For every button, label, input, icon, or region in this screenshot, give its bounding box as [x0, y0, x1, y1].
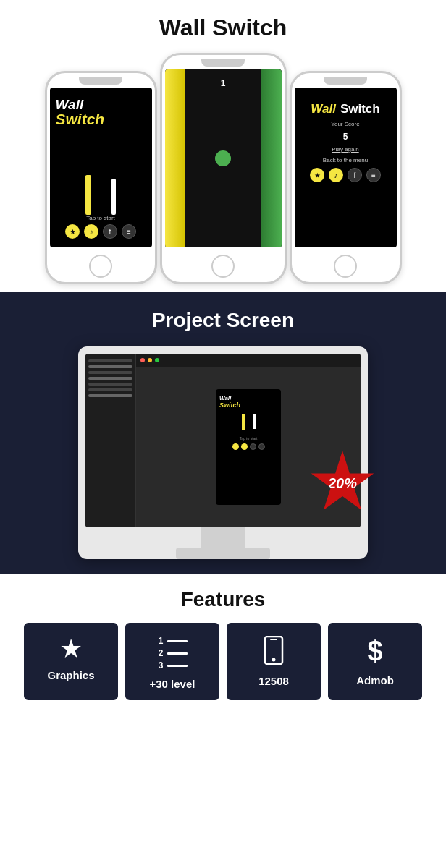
wall-left	[165, 69, 185, 247]
graphics-label: Graphics	[47, 669, 94, 681]
wallswitch-title: Wall Switch	[7, 14, 439, 41]
badge-percent-text: 20%	[328, 476, 357, 490]
phone-3-screen: Wall Switch Your Score 5 Play again Back…	[295, 88, 397, 247]
facebook-icon: f	[103, 224, 117, 239]
menu-icon-3: ≡	[366, 168, 381, 182]
minimize-btn	[148, 358, 152, 362]
feature-graphics: ★ Graphics	[24, 623, 118, 700]
mini-icons	[232, 443, 265, 450]
wall-right	[261, 69, 282, 247]
score-value: 5	[343, 132, 348, 142]
features-section: Features ★ Graphics 1 2 3	[0, 574, 446, 715]
phone-1-pillars	[85, 132, 116, 215]
phone-3-logo: Wall Switch	[311, 102, 379, 116]
phones-row: Wall Switch Tap to start ★ ♪ f ≡	[7, 53, 439, 284]
star-feature-icon: ★	[59, 636, 83, 662]
close-btn	[140, 358, 145, 362]
mini-phone: Wall Switch Tap to start	[216, 389, 281, 505]
back-menu-link[interactable]: Back to the menu	[323, 157, 368, 163]
phone-3-notch	[324, 77, 367, 85]
features-row: ★ Graphics 1 2 3 +30 level	[7, 623, 439, 700]
feature-levels: 1 2 3 +30 level	[125, 623, 219, 700]
phone-1-logo: Wall Switch	[56, 98, 105, 127]
game-score: 1	[221, 78, 226, 88]
phone-3-logo-switch: Switch	[340, 102, 380, 116]
phone-1-icons: ★ ♪ f ≡	[65, 224, 136, 239]
mini-tap: Tap to start	[240, 436, 258, 441]
music-icon: ♪	[84, 224, 98, 239]
wallswitch-section: Wall Switch Wall Switch Tap to start ★ ♪…	[0, 0, 446, 292]
phone-1-notch	[79, 77, 122, 85]
phone-2-screen: 1	[165, 69, 282, 247]
levels-label: +30 level	[150, 678, 195, 690]
phone-1-logo-wall: Wall	[56, 98, 105, 111]
phone-1: Wall Switch Tap to start ★ ♪ f ≡	[45, 71, 157, 284]
star-icon-3: ★	[310, 168, 324, 182]
downloads-label: 12508	[258, 675, 289, 687]
menu-icon: ≡	[122, 224, 136, 239]
mini-pillars	[242, 414, 256, 430]
feature-admob: $ Admob	[328, 623, 422, 700]
music-icon-3: ♪	[329, 168, 343, 182]
phone-1-screen: Wall Switch Tap to start ★ ♪ f ≡	[50, 88, 152, 247]
pillar-white	[112, 179, 116, 215]
tap-to-start-text: Tap to start	[86, 215, 115, 221]
phone-3: Wall Switch Your Score 5 Play again Back…	[290, 71, 402, 284]
phone-3-logo-wall: Wall	[311, 102, 336, 116]
fb-icon-3: f	[348, 168, 362, 182]
phone-1-logo-switch: Switch	[56, 111, 105, 127]
star-icon: ★	[65, 224, 80, 239]
maximize-btn	[155, 358, 159, 362]
monitor-base	[176, 548, 270, 559]
game-screen: 1	[165, 69, 282, 247]
game-ball	[215, 150, 231, 166]
discount-badge: 20%	[310, 451, 375, 516]
monitor-wrapper: Wall Switch Tap to start	[78, 346, 368, 559]
project-title: Project Screen	[7, 309, 439, 332]
phone-3-icons: ★ ♪ f ≡	[310, 168, 381, 182]
phone-2-notch	[201, 59, 245, 67]
phone-2: 1	[160, 53, 287, 284]
badge-star-shape: 20%	[310, 451, 375, 516]
monitor-sidebar	[85, 354, 136, 527]
project-section: Project Screen	[0, 292, 446, 574]
feature-downloads: 12508	[227, 623, 321, 700]
phone-1-home	[89, 255, 112, 278]
your-score-label: Your Score	[331, 121, 359, 127]
play-again-link[interactable]: Play again	[332, 146, 358, 153]
svg-point-1	[272, 658, 276, 662]
phone-3-home	[334, 255, 357, 278]
phone-feature-icon	[261, 636, 287, 668]
pillar-yellow	[85, 175, 91, 215]
dollar-feature-icon: $	[367, 636, 382, 667]
phone-2-home	[211, 255, 235, 278]
list-feature-icon: 1 2 3	[157, 636, 188, 671]
features-title: Features	[7, 588, 439, 611]
monitor-neck	[201, 527, 245, 548]
monitor-toolbar	[136, 354, 361, 367]
mini-logo: Wall Switch	[219, 395, 240, 409]
admob-label: Admob	[356, 674, 394, 686]
